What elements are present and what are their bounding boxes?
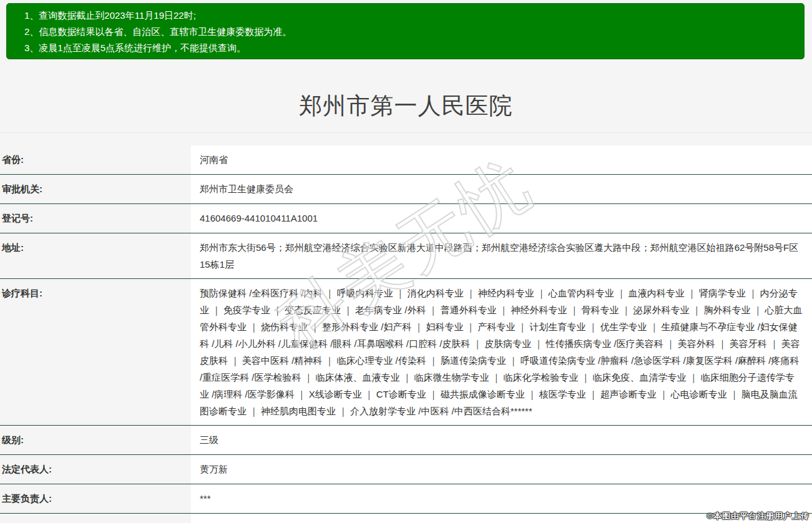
table-row-approval-authority: 审批机关: 郑州市卫生健康委员会 bbox=[0, 174, 812, 203]
table-row-level: 级别: 三级 bbox=[0, 425, 812, 454]
table-row-principal: 主要负责人: *** bbox=[0, 484, 812, 513]
row-label: 执业许可证有效期: bbox=[0, 514, 191, 523]
table-row-license-validity: 执业许可证有效期: 2023/6/2 -至- 2036/5/21 bbox=[0, 513, 812, 523]
title-band: 郑州市第一人民医院 bbox=[0, 59, 812, 133]
table-row-province: 省份: 河南省 bbox=[0, 145, 812, 174]
row-value: 三级 bbox=[191, 426, 812, 454]
row-value: 郑州市卫生健康委员会 bbox=[191, 175, 812, 203]
table-row-legal-representative: 法定代表人: 黄万新 bbox=[0, 454, 812, 484]
row-label: 地址: bbox=[0, 233, 191, 278]
notice-line-2: 2、信息数据结果以各省、自治区、直辖市卫生健康委数据为准。 bbox=[24, 24, 791, 40]
row-label: 省份: bbox=[0, 145, 191, 174]
row-value: 预防保健科 /全科医疗科 /内科 ｜ 呼吸内科专业 ｜ 消化内科专业 ｜ 神经内… bbox=[191, 279, 812, 425]
row-label: 级别: bbox=[0, 426, 191, 454]
table-row-departments: 诊疗科目: 预防保健科 /全科医疗科 /内科 ｜ 呼吸内科专业 ｜ 消化内科专业… bbox=[0, 278, 812, 425]
row-label: 登记号: bbox=[0, 204, 191, 233]
row-value: *** bbox=[191, 484, 812, 513]
row-value: 郑州市东大街56号；郑州航空港经济综合实验区新港大道中段路西；郑州航空港经济综合… bbox=[191, 233, 812, 278]
row-label: 诊疗科目: bbox=[0, 279, 191, 425]
table-row-registration-number: 登记号: 41604669-441010411A1001 bbox=[0, 203, 812, 233]
notice-banner: 1、查询数据截止到2023年11月19日22时; 2、信息数据结果以各省、自治区… bbox=[6, 3, 805, 59]
notice-line-3: 3、凌晨1点至凌晨5点系统进行维护，不能提供查询。 bbox=[24, 40, 791, 56]
row-value: 黄万新 bbox=[191, 455, 812, 484]
row-label: 审批机关: bbox=[0, 175, 191, 203]
row-value: 41604669-441010411A1001 bbox=[191, 204, 812, 233]
notice-line-1: 1、查询数据截止到2023年11月19日22时; bbox=[24, 7, 791, 24]
row-label: 主要负责人: bbox=[0, 484, 191, 513]
row-label: 法定代表人: bbox=[0, 455, 191, 484]
hospital-info-table: 省份: 河南省 审批机关: 郑州市卫生健康委员会 登记号: 41604669-4… bbox=[0, 145, 812, 523]
row-value: 河南省 bbox=[191, 145, 812, 174]
table-row-address: 地址: 郑州市东大街56号；郑州航空港经济综合实验区新港大道中段路西；郑州航空港… bbox=[0, 233, 812, 278]
attribution-watermark: ©本图由平台注册用户上传 bbox=[707, 511, 810, 522]
page-title: 郑州市第一人民医院 bbox=[0, 90, 812, 122]
